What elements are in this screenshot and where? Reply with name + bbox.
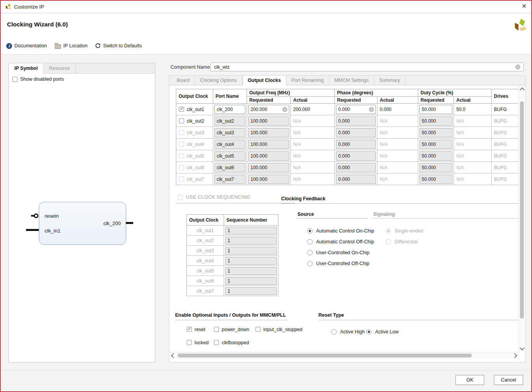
vertical-scrollbar[interactable] xyxy=(518,86,525,352)
horizontal-scrollbar[interactable] xyxy=(170,352,518,359)
radio-icon[interactable] xyxy=(307,239,313,245)
power-down-checkbox-item[interactable]: power_down xyxy=(214,326,249,332)
radio-icon[interactable] xyxy=(307,228,313,234)
component-name-input[interactable]: clk_wiz ✕ xyxy=(210,62,524,71)
radio-icon xyxy=(386,228,391,234)
use-clock-sequencing-checkbox xyxy=(178,195,183,200)
radio-icon[interactable] xyxy=(307,261,313,266)
scroll-left-icon[interactable] xyxy=(171,353,176,358)
reset-checkbox[interactable] xyxy=(187,327,192,332)
phase-requested-input: 0.000 xyxy=(336,151,376,161)
tab-mmcm-settings[interactable]: MMCM Settings xyxy=(329,76,374,85)
phase-actual-value: 0.000 xyxy=(377,104,418,115)
freq-requested-input: 100.000 xyxy=(248,151,289,161)
port-name-input[interactable]: clk_200 xyxy=(214,105,245,114)
tab-port-renaming[interactable]: Port Renaming xyxy=(286,76,329,85)
vertical-scrollbar-thumb[interactable] xyxy=(520,101,524,319)
port-name-input: clk_out4 xyxy=(214,140,245,149)
header-phase-actual: Actual xyxy=(377,97,418,104)
settings-tab-strip: Board Clocking Options Output Clocks Por… xyxy=(169,76,525,85)
clk-out2-checkbox[interactable] xyxy=(179,118,184,123)
phase-requested-input[interactable]: 0.000✕ xyxy=(336,105,376,114)
ip-location-button[interactable]: IP Location xyxy=(55,43,87,49)
component-name-value: clk_wiz xyxy=(214,64,229,70)
phase-actual-value: N/A xyxy=(377,173,418,185)
scroll-up-icon[interactable] xyxy=(520,87,525,92)
drives-value: BUFG xyxy=(492,150,519,162)
divider xyxy=(281,203,518,204)
sequence-number-input: 1 xyxy=(225,247,277,255)
radio-icon[interactable] xyxy=(366,329,372,335)
radio-icon[interactable] xyxy=(331,329,337,335)
header-output-clock: Output Clock xyxy=(187,215,224,225)
ok-button[interactable]: OK xyxy=(456,375,484,385)
clkfbstopped-checkbox-item[interactable]: clkfbstopped xyxy=(214,340,249,345)
table-row: clk_out3 clk_out3 100.000 N/A 0.000 N/A … xyxy=(176,127,520,139)
duty-actual-value: 50.0 xyxy=(454,104,492,115)
locked-checkbox[interactable] xyxy=(187,340,192,345)
tab-ip-symbol[interactable]: IP Symbol xyxy=(9,63,43,74)
sequence-number-input: 1 xyxy=(225,227,277,234)
power-down-checkbox[interactable] xyxy=(214,327,219,332)
tab-board[interactable]: Board xyxy=(172,76,195,85)
signaling-title: Signaling xyxy=(373,212,395,217)
clear-icon[interactable]: ✕ xyxy=(369,107,374,112)
info-icon: i xyxy=(6,43,12,49)
settings-panel: Board Clocking Options Output Clocks Por… xyxy=(169,75,526,363)
show-disabled-ports-checkbox[interactable] xyxy=(12,77,17,82)
show-disabled-ports[interactable]: Show disabled ports xyxy=(12,76,64,82)
table-row: clk_out6 clk_out6 100.000 N/A 0.000 N/A … xyxy=(176,162,520,173)
tab-clocking-options[interactable]: Clocking Options xyxy=(195,76,242,85)
scroll-right-icon[interactable] xyxy=(512,353,517,358)
phase-requested-input: 0.000 xyxy=(336,128,376,137)
reset-checkbox-item[interactable]: reset xyxy=(187,326,205,332)
freq-requested-input: 100.000 xyxy=(248,175,289,184)
tab-output-clocks[interactable]: Output Clocks xyxy=(242,76,286,86)
radio-icon xyxy=(386,239,391,245)
freq-requested-input[interactable]: 200.000✕ xyxy=(248,105,289,114)
tab-summary[interactable]: Summary xyxy=(374,76,405,85)
refresh-icon xyxy=(95,43,101,49)
radio-icon[interactable] xyxy=(307,250,313,255)
radio-differential: Differential xyxy=(386,239,418,245)
radio-automatic-control-on-chip[interactable]: Automatic Control On-Chip xyxy=(307,228,374,234)
radio-active-low[interactable]: Active Low xyxy=(366,329,398,335)
header-sequence-number: Sequence Number xyxy=(224,215,278,225)
scroll-down-icon[interactable] xyxy=(520,345,525,350)
drives-value: BUFG xyxy=(492,127,519,139)
radio-user-controlled-on-chip[interactable]: User-Controlled On-Chip xyxy=(307,250,370,256)
locked-checkbox-item[interactable]: locked xyxy=(187,340,209,345)
row-label: clk_out3 xyxy=(187,130,204,135)
clkfbstopped-checkbox[interactable] xyxy=(214,340,219,345)
freq-requested-input: 100.000 xyxy=(248,116,289,126)
radio-user-controlled-off-chip[interactable]: User-Controlled Off-Chip xyxy=(307,260,369,267)
sequence-row: clk_out31 xyxy=(187,246,279,256)
switch-to-defaults-button[interactable]: Switch to Defaults xyxy=(95,43,142,49)
duty-requested-input[interactable]: 50.000 xyxy=(419,105,452,114)
left-tab-strip: IP Symbol Resource xyxy=(9,63,155,74)
component-name-label: Component Name xyxy=(170,64,210,70)
clear-icon[interactable]: ✕ xyxy=(515,64,520,69)
duty-requested-input: 50.000 xyxy=(419,128,452,137)
clear-icon[interactable]: ✕ xyxy=(282,107,287,112)
clk-in1-pin xyxy=(26,229,39,231)
port-label-clk-200: clk_200 xyxy=(103,220,121,226)
cancel-button[interactable]: Cancel xyxy=(494,375,523,385)
documentation-button[interactable]: i Documentation xyxy=(6,43,47,49)
duty-requested-input: 50.000 xyxy=(419,163,452,172)
page-title: Clocking Wizard (6.0) xyxy=(7,21,68,28)
header-port-name: Port Name xyxy=(213,89,247,104)
show-disabled-ports-label: Show disabled ports xyxy=(20,76,64,82)
close-icon[interactable]: ✕ xyxy=(522,3,527,9)
radio-active-high[interactable]: Active High xyxy=(331,329,365,335)
freq-actual-value: N/A xyxy=(291,115,335,127)
tab-resource[interactable]: Resource xyxy=(43,63,76,73)
clk-out1-checkbox[interactable] xyxy=(179,107,184,112)
radio-automatic-control-off-chip[interactable]: Automatic Control Off-Chip xyxy=(307,239,374,245)
row-label: clk_out6 xyxy=(187,165,204,170)
drives-value[interactable]: BUFG xyxy=(492,104,519,115)
table-row: clk_out2 clk_out2 100.000 N/A 0.000 N/A … xyxy=(176,115,520,127)
input-clk-stopped-checkbox[interactable] xyxy=(256,327,261,332)
horizontal-scrollbar-thumb[interactable] xyxy=(177,354,472,357)
input-clk-stopped-checkbox-item[interactable]: input_clk_stopped xyxy=(256,326,303,332)
